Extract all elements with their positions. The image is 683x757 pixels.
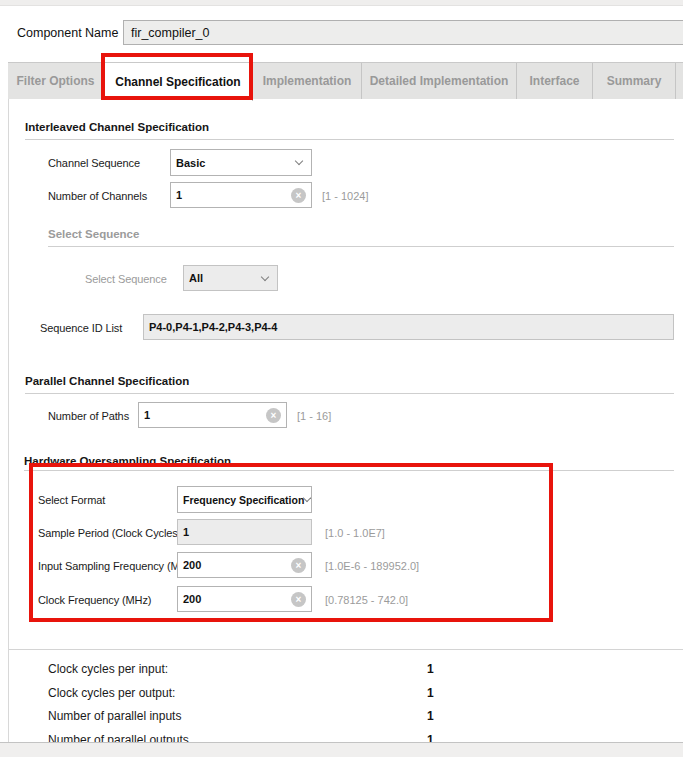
sample-period-input: 1	[177, 519, 312, 545]
stat-label: Clock cycles per output:	[48, 686, 175, 700]
panel-left-border	[8, 99, 9, 742]
stat-value: 1	[427, 662, 434, 676]
stat-value: 1	[427, 686, 434, 700]
number-of-channels-range: [1 - 1024]	[322, 190, 368, 202]
hardware-oversampling-section-title: Hardware Oversampling Specification	[24, 455, 231, 467]
channel-sequence-label: Channel Sequence	[48, 157, 140, 169]
tab-bar: Filter Options Channel Specification Imp…	[8, 62, 683, 99]
parallel-section-rule	[25, 393, 674, 394]
sequence-id-list-label: Sequence ID List	[40, 322, 122, 334]
select-format-value: Frequency Specification	[183, 494, 304, 506]
input-sampling-frequency-range: [1.0E-6 - 189952.0]	[325, 560, 419, 572]
clear-icon[interactable]: ×	[291, 188, 306, 203]
sample-period-label: Sample Period (Clock Cycles)	[38, 527, 181, 539]
select-sequence-dropdown: All	[183, 265, 278, 291]
chevron-down-icon	[295, 157, 303, 165]
input-sampling-frequency-label: Input Sampling Frequency (MHz)	[38, 560, 196, 572]
interleaved-section-rule	[25, 139, 674, 140]
tab-implementation[interactable]: Implementation	[253, 63, 362, 99]
tab-summary[interactable]: Summary	[593, 63, 676, 99]
tab-filter-options[interactable]: Filter Options	[8, 63, 104, 99]
tab-detailed-implementation[interactable]: Detailed Implementation	[362, 63, 517, 99]
select-sequence-section-rule	[48, 246, 674, 247]
clear-icon[interactable]: ×	[291, 558, 306, 573]
clock-frequency-label: Clock Frequency (MHz)	[38, 594, 151, 606]
interleaved-section-title: Interleaved Channel Specification	[25, 121, 209, 133]
number-of-paths-label: Number of Paths	[48, 410, 129, 422]
select-sequence-label: Select Sequence	[85, 273, 167, 285]
sequence-id-list-value: P4-0,P4-1,P4-2,P4-3,P4-4	[149, 321, 277, 333]
chevron-down-icon	[303, 494, 311, 502]
number-of-channels-input[interactable]: 1 ×	[170, 182, 312, 208]
hardware-oversampling-section-rule	[24, 470, 674, 471]
input-sampling-frequency-input[interactable]: 200 ×	[177, 552, 312, 578]
number-of-paths-value: 1	[144, 409, 150, 421]
input-sampling-frequency-value: 200	[183, 559, 201, 571]
parallel-section-title: Parallel Channel Specification	[25, 375, 189, 387]
window-top-strip	[0, 0, 683, 6]
select-sequence-value: All	[189, 272, 203, 284]
window-bottom-strip	[0, 742, 683, 757]
component-name-label: Component Name	[17, 26, 118, 40]
stats-divider	[9, 649, 683, 650]
select-format-dropdown[interactable]: Frequency Specification	[177, 486, 312, 513]
number-of-channels-label: Number of Channels	[48, 190, 147, 202]
component-name-input[interactable]: fir_compiler_0	[123, 20, 683, 45]
stat-value: 1	[427, 709, 434, 723]
sequence-id-list-input: P4-0,P4-1,P4-2,P4-3,P4-4	[143, 314, 674, 340]
number-of-paths-range: [1 - 16]	[297, 410, 331, 422]
sample-period-range: [1.0 - 1.0E7]	[325, 527, 385, 539]
number-of-paths-input[interactable]: 1 ×	[138, 402, 287, 428]
component-name-value: fir_compiler_0	[131, 26, 210, 40]
tab-interface[interactable]: Interface	[517, 63, 593, 99]
clock-frequency-value: 200	[183, 593, 201, 605]
stat-label: Clock cycles per input:	[48, 662, 168, 676]
clear-icon[interactable]: ×	[291, 592, 306, 607]
clear-icon[interactable]: ×	[266, 408, 281, 423]
channel-sequence-dropdown[interactable]: Basic	[170, 149, 312, 176]
select-format-label: Select Format	[38, 494, 105, 506]
clock-frequency-input[interactable]: 200 ×	[177, 586, 312, 612]
tab-channel-specification[interactable]: Channel Specification	[104, 63, 253, 101]
sample-period-value: 1	[183, 526, 189, 538]
select-sequence-section-title: Select Sequence	[48, 228, 139, 240]
channel-sequence-value: Basic	[176, 157, 205, 169]
chevron-down-icon	[261, 272, 269, 280]
number-of-channels-value: 1	[176, 189, 182, 201]
clock-frequency-range: [0.78125 - 742.0]	[325, 594, 408, 606]
stat-label: Number of parallel inputs	[48, 709, 181, 723]
